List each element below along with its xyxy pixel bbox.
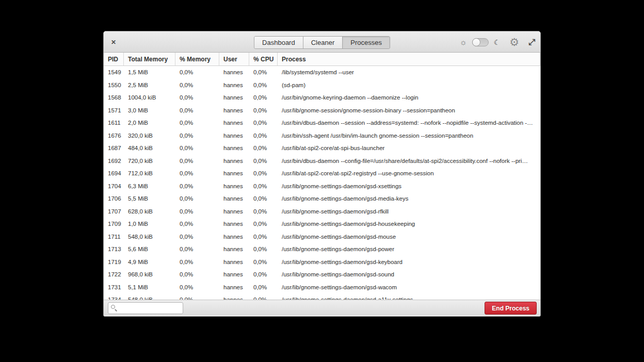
- cell-user: hannes: [219, 205, 249, 218]
- monitor-app-window: ✕ DashboardCleanerProcesses ☼ ☾ ⚙ ⤢ PIDT…: [103, 31, 541, 317]
- cell-total-memory: 4,9 MiB: [124, 256, 175, 269]
- cell-total-memory: 548,0 kiB: [124, 231, 175, 243]
- cell-user: hannes: [219, 256, 249, 269]
- cell-cpu-pct: 0,0%: [249, 129, 278, 142]
- cell-process: /usr/lib/gnome-settings-daemon/gsd-sound: [278, 268, 540, 281]
- table-row[interactable]: 15681004,0 kiB0,0%hannes0,0%/usr/bin/gno…: [104, 91, 540, 104]
- cell-process: /usr/lib/gnome-settings-daemon/gsd-rfkil…: [278, 205, 540, 218]
- process-table-header: PIDTotal Memory% MemoryUser% CPUProcess: [104, 53, 540, 66]
- search-input[interactable]: [119, 303, 182, 314]
- table-row[interactable]: 15491,5 MiB0,0%hannes0,0%/lib/systemd/sy…: [104, 66, 540, 79]
- table-row[interactable]: 16112,0 MiB0,0%hannes0,0%/usr/bin/dbus-d…: [104, 117, 540, 129]
- cell-process: /usr/lib/gnome-session/gnome-session-bin…: [278, 104, 540, 117]
- cell-process: /usr/lib/at-spi2-core/at-spi-bus-launche…: [278, 142, 540, 155]
- table-row[interactable]: 17065,5 MiB0,0%hannes0,0%/usr/lib/gnome-…: [104, 192, 540, 205]
- cell-total-memory: 3,0 MiB: [124, 104, 175, 117]
- gear-icon[interactable]: ⚙: [509, 37, 519, 47]
- cell-memory-pct: 0,0%: [175, 205, 219, 218]
- cell-total-memory: 1,5 MiB: [124, 66, 175, 79]
- cell-pid: 1709: [104, 218, 124, 231]
- table-row[interactable]: 17046,3 MiB0,0%hannes0,0%/usr/lib/gnome-…: [104, 180, 540, 193]
- cell-total-memory: 1,0 MiB: [124, 218, 175, 231]
- cell-total-memory: 548,0 kiB: [124, 293, 175, 300]
- column-header--cpu[interactable]: % CPU: [249, 53, 278, 65]
- cell-process: /usr/lib/gnome-settings-daemon/gsd-keybo…: [278, 256, 540, 269]
- table-row[interactable]: 1707628,0 kiB0,0%hannes0,0%/usr/lib/gnom…: [104, 205, 540, 218]
- cell-cpu-pct: 0,0%: [249, 205, 278, 218]
- table-row[interactable]: 17091,0 MiB0,0%hannes0,0%/usr/lib/gnome-…: [104, 218, 540, 231]
- cell-memory-pct: 0,0%: [175, 66, 219, 79]
- tab-dashboard[interactable]: Dashboard: [254, 37, 303, 48]
- table-row[interactable]: 1734548,0 kiB0,0%hannes0,0%/usr/lib/gnom…: [104, 293, 540, 300]
- table-row[interactable]: 1694712,0 kiB0,0%hannes0,0%/usr/lib/at-s…: [104, 167, 540, 180]
- cell-total-memory: 2,0 MiB: [124, 117, 175, 129]
- cell-user: hannes: [219, 293, 249, 300]
- cell-process: (sd-pam): [278, 79, 540, 92]
- tab-cleaner[interactable]: Cleaner: [303, 37, 343, 48]
- cell-cpu-pct: 0,0%: [249, 91, 278, 104]
- cell-total-memory: 628,0 kiB: [124, 205, 175, 218]
- cell-memory-pct: 0,0%: [175, 117, 219, 129]
- cell-memory-pct: 0,0%: [175, 142, 219, 155]
- cell-user: hannes: [219, 79, 249, 92]
- column-header-process[interactable]: Process: [278, 53, 540, 65]
- cell-cpu-pct: 0,0%: [249, 142, 278, 155]
- cell-user: hannes: [219, 167, 249, 180]
- table-row[interactable]: 1711548,0 kiB0,0%hannes0,0%/usr/lib/gnom…: [104, 231, 540, 243]
- search-box[interactable]: [108, 302, 183, 314]
- cell-cpu-pct: 0,0%: [249, 293, 278, 300]
- table-row[interactable]: 1722968,0 kiB0,0%hannes0,0%/usr/lib/gnom…: [104, 268, 540, 281]
- cell-memory-pct: 0,0%: [175, 256, 219, 269]
- cell-process: /usr/lib/gnome-settings-daemon/gsd-power: [278, 243, 540, 256]
- cell-total-memory: 1004,0 kiB: [124, 91, 175, 104]
- end-process-button[interactable]: End Process: [485, 302, 537, 315]
- cell-cpu-pct: 0,0%: [249, 66, 278, 79]
- cell-user: hannes: [219, 155, 249, 168]
- cell-pid: 1694: [104, 167, 124, 180]
- column-header-user[interactable]: User: [219, 53, 249, 65]
- table-row[interactable]: 17135,6 MiB0,0%hannes0,0%/usr/lib/gnome-…: [104, 243, 540, 256]
- cell-total-memory: 320,0 kiB: [124, 129, 175, 142]
- table-row[interactable]: 15502,5 MiB0,0%hannes0,0%(sd-pam): [104, 79, 540, 92]
- cell-total-memory: 968,0 kiB: [124, 268, 175, 281]
- cell-total-memory: 5,6 MiB: [124, 243, 175, 256]
- cell-cpu-pct: 0,0%: [249, 192, 278, 205]
- table-row[interactable]: 1676320,0 kiB0,0%hannes0,0%/usr/bin/ssh-…: [104, 129, 540, 142]
- cell-pid: 1711: [104, 231, 124, 243]
- table-row[interactable]: 1692720,0 kiB0,0%hannes0,0%/usr/bin/dbus…: [104, 155, 540, 168]
- cell-pid: 1568: [104, 91, 124, 104]
- cell-total-memory: 2,5 MiB: [124, 79, 175, 92]
- cell-cpu-pct: 0,0%: [249, 243, 278, 256]
- table-row[interactable]: 1687484,0 kiB0,0%hannes0,0%/usr/lib/at-s…: [104, 142, 540, 155]
- cell-pid: 1734: [104, 293, 124, 300]
- cell-cpu-pct: 0,0%: [249, 256, 278, 269]
- cell-user: hannes: [219, 91, 249, 104]
- cell-pid: 1704: [104, 180, 124, 193]
- column-header--memory[interactable]: % Memory: [175, 53, 219, 65]
- cell-process: /usr/bin/dbus-daemon --session --address…: [278, 117, 540, 129]
- table-row[interactable]: 17315,1 MiB0,0%hannes0,0%/usr/lib/gnome-…: [104, 281, 540, 294]
- cell-memory-pct: 0,0%: [175, 281, 219, 294]
- dark-mode-toggle[interactable]: [472, 38, 489, 46]
- cell-memory-pct: 0,0%: [175, 268, 219, 281]
- cell-cpu-pct: 0,0%: [249, 117, 278, 129]
- cell-memory-pct: 0,0%: [175, 180, 219, 193]
- cell-user: hannes: [219, 117, 249, 129]
- cell-pid: 1719: [104, 256, 124, 269]
- expand-icon[interactable]: ⤢: [528, 38, 535, 46]
- cell-pid: 1706: [104, 192, 124, 205]
- column-header-total-memory[interactable]: Total Memory: [124, 53, 175, 65]
- cell-pid: 1731: [104, 281, 124, 294]
- cell-pid: 1611: [104, 117, 124, 129]
- column-header-pid[interactable]: PID: [104, 53, 124, 65]
- cell-process: /lib/systemd/systemd --user: [278, 66, 540, 79]
- cell-total-memory: 712,0 kiB: [124, 167, 175, 180]
- table-row[interactable]: 17194,9 MiB0,0%hannes0,0%/usr/lib/gnome-…: [104, 256, 540, 269]
- cell-pid: 1692: [104, 155, 124, 168]
- cell-total-memory: 484,0 kiB: [124, 142, 175, 155]
- tab-processes[interactable]: Processes: [343, 37, 390, 48]
- close-window-button[interactable]: ✕: [109, 38, 118, 47]
- cell-cpu-pct: 0,0%: [249, 281, 278, 294]
- table-row[interactable]: 15713,0 MiB0,0%hannes0,0%/usr/lib/gnome-…: [104, 104, 540, 117]
- cell-memory-pct: 0,0%: [175, 91, 219, 104]
